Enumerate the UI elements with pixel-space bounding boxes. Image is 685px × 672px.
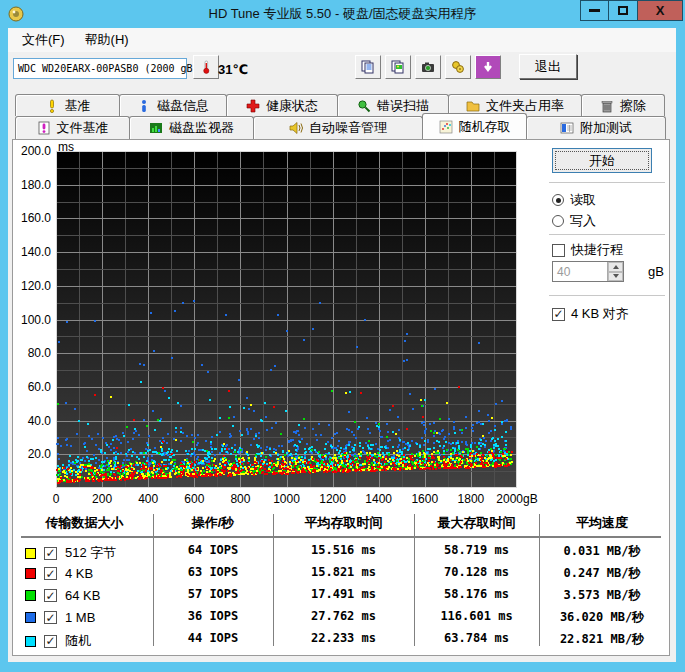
series-checkbox[interactable]: ✓ <box>44 589 57 602</box>
y-tick-label: 120.0 <box>11 279 51 293</box>
y-tick-label: 100.0 <box>11 313 51 327</box>
series-checkbox[interactable]: ✓ <box>44 547 57 560</box>
table-cell: 22.233 ms <box>273 631 414 649</box>
series-color-swatch <box>25 612 36 623</box>
maximize-button[interactable] <box>609 0 638 21</box>
short-stroke-checkbox[interactable]: 快捷行程 <box>552 241 623 259</box>
update-button[interactable] <box>475 55 501 79</box>
table-cell: 22.821 MB/秒 <box>539 631 665 649</box>
info-icon <box>137 99 151 113</box>
arrow-down-icon <box>613 274 619 278</box>
align-checkbox[interactable]: ✓ 4 KB 对齐 <box>552 305 629 323</box>
radio-selected-icon <box>552 194 564 206</box>
table-cell: 64 IOPS <box>153 543 273 561</box>
series-checkbox[interactable]: ✓ <box>44 567 57 580</box>
aam-button[interactable] <box>445 55 471 79</box>
tab-benchmark[interactable]: 基准 <box>15 94 120 116</box>
menu-file[interactable]: 文件(F) <box>12 28 75 52</box>
test-controls: 开始 读取 写入 快捷行程 40 <box>543 140 671 500</box>
y-tick-label: 140.0 <box>11 245 51 259</box>
series-label: 4 KB <box>65 566 93 581</box>
screenshot-button[interactable] <box>415 55 441 79</box>
y-tick-label: 80.0 <box>11 346 51 360</box>
temperature-value: 31℃ <box>218 62 248 77</box>
menu-help[interactable]: 帮助(H) <box>75 28 139 52</box>
scatter-icon <box>439 120 453 134</box>
scatter-plot <box>56 151 517 488</box>
close-button[interactable]: X <box>638 0 683 21</box>
copy-image-button[interactable] <box>385 55 411 79</box>
short-stroke-spinner[interactable]: 40 <box>552 261 624 282</box>
tab-strip-top: 基准 磁盘信息 健康状态 错误扫描 文件夹占用率 擦除 <box>15 94 670 116</box>
tab-label: 错误扫描 <box>377 97 429 115</box>
col-header: 操作/秒 <box>153 514 273 532</box>
camera-icon <box>421 60 435 74</box>
read-label: 读取 <box>570 191 596 209</box>
tab-disk-info[interactable]: 磁盘信息 <box>119 94 227 116</box>
tab-label: 基准 <box>65 97 91 115</box>
tab-extra-tests[interactable]: 附加测试 <box>526 116 666 139</box>
y-tick-label: 60.0 <box>11 380 51 394</box>
temperature-button[interactable] <box>193 55 219 79</box>
random-access-panel: ms 20.040.060.080.0100.0120.0140.0160.01… <box>12 139 670 656</box>
table-cell: 58.719 ms <box>414 543 539 561</box>
speaker-icon <box>289 121 303 135</box>
tab-aam[interactable]: 自动噪音管理 <box>253 116 423 139</box>
copy-text-button[interactable] <box>355 55 381 79</box>
tab-erase[interactable]: 擦除 <box>581 94 665 116</box>
tab-label: 磁盘监视器 <box>169 119 234 137</box>
table-cell: 0.031 MB/秒 <box>539 543 665 561</box>
table-cell: 27.762 ms <box>273 609 414 627</box>
table-cell: 70.128 ms <box>414 565 539 583</box>
table-row: ✓随机 <box>25 632 91 650</box>
tab-label: 文件基准 <box>57 119 109 137</box>
header-rule <box>21 536 661 538</box>
results-table: 传输数据大小 操作/秒 平均存取时间 最大存取时间 平均速度 ✓512 字节64… <box>13 512 669 652</box>
tab-strip-bottom: 文件基准 磁盘监视器 自动噪音管理 随机存取 附加测试 <box>15 116 670 139</box>
maximize-icon <box>618 6 628 15</box>
spinner-up-button[interactable] <box>608 262 623 272</box>
radio-icon <box>552 215 564 227</box>
app-window: HD Tune 专业版 5.50 - 硬盘/固态硬盘实用程序 X 文件(F) 帮… <box>0 0 685 672</box>
read-radio[interactable]: 读取 <box>552 191 596 209</box>
short-stroke-unit: gB <box>648 264 664 279</box>
scatter-canvas <box>56 151 517 488</box>
start-button[interactable]: 开始 <box>552 148 652 173</box>
tab-label: 擦除 <box>620 97 646 115</box>
client-area: 文件(F) 帮助(H) WDC WD20EARX-00PASB0 (2000 g… <box>8 28 676 662</box>
col-header: 传输数据大小 <box>16 514 153 532</box>
write-radio[interactable]: 写入 <box>552 212 596 230</box>
exit-button[interactable]: 退出 <box>519 54 577 79</box>
series-checkbox[interactable]: ✓ <box>44 611 57 624</box>
minimize-button[interactable] <box>580 0 609 21</box>
short-stroke-value: 40 <box>553 262 607 281</box>
benchmark-icon <box>45 99 59 113</box>
series-checkbox[interactable]: ✓ <box>44 635 57 648</box>
tab-health[interactable]: 健康状态 <box>226 94 338 116</box>
y-tick-label: 40.0 <box>11 414 51 428</box>
divider <box>549 234 665 235</box>
folder-icon <box>466 99 480 113</box>
tab-label: 文件夹占用率 <box>486 97 564 115</box>
table-cell: 15.821 ms <box>273 565 414 583</box>
tab-file-benchmark[interactable]: 文件基准 <box>15 116 130 139</box>
tab-disk-monitor[interactable]: 磁盘监视器 <box>129 116 254 139</box>
spinner-down-button[interactable] <box>608 272 623 282</box>
series-color-swatch <box>25 636 36 647</box>
table-cell: 36.020 MB/秒 <box>539 609 665 627</box>
table-cell: 15.516 ms <box>273 543 414 561</box>
divider <box>549 182 665 183</box>
table-cell: 57 IOPS <box>153 587 273 605</box>
magnifier-icon <box>357 99 371 113</box>
table-row: ✓4 KB <box>25 566 93 581</box>
drive-select[interactable]: WDC WD20EARX-00PASB0 (2000 gB) <box>13 58 187 79</box>
table-cell: 58.176 ms <box>414 587 539 605</box>
series-label: 1 MB <box>65 610 95 625</box>
arrow-up-icon <box>613 265 619 269</box>
title-bar[interactable]: HD Tune 专业版 5.50 - 硬盘/固态硬盘实用程序 X <box>0 0 685 28</box>
tab-label: 健康状态 <box>266 97 318 115</box>
series-label: 64 KB <box>65 588 100 603</box>
series-color-swatch <box>25 548 36 559</box>
tab-random-access[interactable]: 随机存取 <box>422 113 527 139</box>
thermometer-icon <box>199 60 213 74</box>
